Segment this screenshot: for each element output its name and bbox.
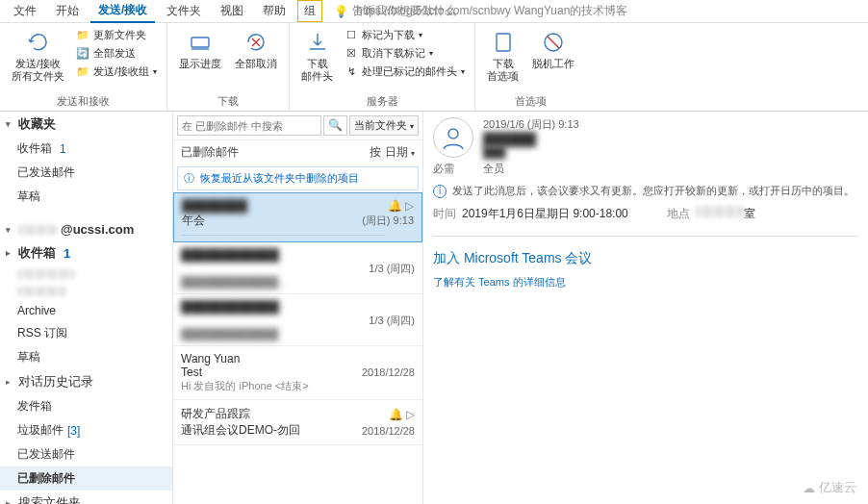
- progress-icon: [187, 29, 214, 56]
- folder-icon: 📁: [76, 29, 89, 42]
- message-item[interactable]: ████████████ 1/3 (周四) █████████████: [173, 294, 422, 346]
- tab-group[interactable]: 组: [297, 0, 322, 22]
- mark-icon: ☐: [345, 29, 358, 42]
- group-label: 下载: [217, 94, 239, 109]
- meeting-time: 时间2019年1月6日星期日 9:00-18:00: [433, 206, 628, 222]
- tab-view[interactable]: 视图: [213, 0, 251, 22]
- nav-inbox2[interactable]: 收件箱1: [0, 240, 172, 265]
- nav-conversation-history[interactable]: 对话历史记录: [0, 369, 172, 394]
- reading-pane: 2019/1/6 (周日) 9:13 ██████ ███ 必需 全员 i 发送…: [423, 112, 868, 504]
- tab-send-receive[interactable]: 发送/接收: [90, 0, 155, 23]
- nav-account[interactable]: @ucssi.com: [0, 218, 172, 240]
- ribbon: 发送/接收 所有文件夹 📁更新文件夹 🔄全部发送 📁发送/接收组▾ 发送和接收 …: [0, 23, 868, 112]
- nav-inbox[interactable]: 收件箱1: [0, 137, 172, 161]
- cancel-all-button[interactable]: 全部取消: [231, 27, 281, 72]
- svg-rect-1: [497, 34, 510, 51]
- nav-sent2[interactable]: 已发送邮件: [0, 442, 172, 466]
- message-subject: ███: [483, 146, 858, 158]
- tab-file[interactable]: 文件: [6, 0, 44, 22]
- nav-subfolder-blur[interactable]: [0, 283, 172, 300]
- message-list: ████████🔔 ▷ 年会(周日) 9:13 ████████████ 1/3…: [173, 192, 422, 504]
- chevron-down-icon: ▾: [411, 149, 415, 158]
- message-from: ██████: [483, 132, 858, 146]
- nav-drafts2[interactable]: 草稿: [0, 345, 172, 369]
- offline-work-button[interactable]: 脱机工作: [528, 27, 578, 72]
- menu-tabbar: 文件 开始 发送/接收 文件夹 视图 帮助 组 💡 告诉我你想要做什么 http…: [0, 0, 868, 23]
- folder-header: 已删除邮件 按 日期 ▾: [173, 140, 422, 164]
- message-item[interactable]: 研发产品跟踪🔔 ▷ 通讯组会议DEMO-勿回2018/12/28: [173, 400, 422, 445]
- download-preferences-button[interactable]: 下载 首选项: [483, 27, 523, 85]
- nav-rss[interactable]: RSS 订阅: [0, 321, 172, 345]
- info-bar: i 发送了此消息后，该会议要求又有更新。您应打开较新的更新，或打开日历中的项目。: [433, 184, 858, 198]
- nav-subfolder-blur[interactable]: [0, 265, 172, 283]
- message-item[interactable]: Wang Yuan Test2018/12/28 Hi 发自我的 iPhone …: [173, 346, 422, 400]
- unmark-download-button[interactable]: ☒取消下载标记▾: [343, 45, 467, 62]
- nav-favorites[interactable]: 收藏夹: [0, 112, 172, 137]
- learn-teams-link[interactable]: 了解有关 Teams 的详细信息: [433, 276, 566, 288]
- send-receive-all-button[interactable]: 发送/接收 所有文件夹: [8, 27, 68, 85]
- download-headers-button[interactable]: 下载 邮件头: [297, 27, 337, 85]
- sync-small-icon: 🔄: [76, 47, 89, 61]
- nav-junk[interactable]: 垃圾邮件 [3]: [0, 418, 172, 442]
- message-item[interactable]: ████████████ 1/3 (周四) █████████████ ...: [173, 242, 422, 294]
- search-input[interactable]: [177, 115, 321, 136]
- mark-download-button[interactable]: ☐标记为下载▾: [343, 27, 467, 43]
- group-label: 首选项: [515, 94, 547, 109]
- nav-drafts[interactable]: 草稿: [0, 185, 172, 209]
- url-overlay: https://blog.51cto.com/scnbwy WangYuan的技…: [356, 3, 627, 19]
- watermark: ☁ 亿速云: [803, 479, 856, 496]
- download-icon: [304, 29, 331, 56]
- info-icon: i: [433, 185, 447, 198]
- required-label: 必需: [433, 162, 454, 176]
- recover-deleted-link[interactable]: ⓘ 恢复最近从该文件夹中删除的项目: [177, 166, 419, 190]
- search-bar: 🔍 当前文件夹 ▾: [173, 112, 422, 140]
- cloud-icon: ☁: [803, 481, 815, 495]
- update-folder-button[interactable]: 📁更新文件夹: [74, 27, 159, 43]
- nav-deleted[interactable]: 已删除邮件: [0, 466, 172, 491]
- ribbon-group-download: 显示进度 全部取消 下载: [167, 23, 290, 111]
- send-all-button[interactable]: 🔄全部发送: [74, 45, 159, 62]
- send-receive-group-button[interactable]: 📁发送/接收组▾: [74, 63, 159, 80]
- divider: [433, 236, 858, 237]
- bell-flag-icon: 🔔 ▷: [389, 408, 415, 421]
- folder-title: 已删除邮件: [181, 144, 239, 161]
- search-scope-dropdown[interactable]: 当前文件夹 ▾: [349, 115, 419, 136]
- tab-home[interactable]: 开始: [48, 0, 87, 22]
- unmark-icon: ☒: [345, 47, 358, 61]
- group-label: 发送和接收: [57, 94, 110, 109]
- chevron-down-icon: ▾: [419, 31, 422, 39]
- message-item[interactable]: ████████🔔 ▷ 年会(周日) 9:13: [173, 192, 422, 242]
- search-icon[interactable]: 🔍: [323, 115, 347, 136]
- lightbulb-icon: 💡: [334, 5, 348, 18]
- ribbon-group-server: 下载 邮件头 ☐标记为下载▾ ☒取消下载标记▾ ↯处理已标记的邮件头▾ 服务器: [290, 23, 475, 111]
- show-progress-button[interactable]: 显示进度: [175, 27, 225, 72]
- chevron-down-icon: ▾: [410, 122, 414, 131]
- svg-point-3: [448, 129, 458, 139]
- ribbon-group-sendreceive: 发送/接收 所有文件夹 📁更新文件夹 🔄全部发送 📁发送/接收组▾ 发送和接收: [0, 23, 167, 111]
- message-list-pane: 🔍 当前文件夹 ▾ 已删除邮件 按 日期 ▾ ⓘ 恢复最近从该文件夹中删除的项目…: [173, 112, 423, 504]
- join-teams-link[interactable]: 加入 Microsoft Teams 会议: [433, 250, 858, 267]
- folder-nav: 收藏夹 收件箱1 已发送邮件 草稿 @ucssi.com 收件箱1 Archiv…: [0, 112, 173, 504]
- info-icon: ⓘ: [184, 171, 194, 186]
- nav-sent[interactable]: 已发送邮件: [0, 161, 172, 185]
- message-date: 2019/1/6 (周日) 9:13: [483, 117, 858, 132]
- nav-outbox[interactable]: 发件箱: [0, 394, 172, 418]
- svg-rect-0: [191, 38, 209, 47]
- offline-icon: [540, 29, 567, 56]
- sort-by-dropdown[interactable]: 按 日期 ▾: [370, 144, 415, 161]
- process-marked-button[interactable]: ↯处理已标记的邮件头▾: [343, 63, 467, 80]
- content-area: 收藏夹 收件箱1 已发送邮件 草稿 @ucssi.com 收件箱1 Archiv…: [0, 112, 868, 504]
- nav-archive[interactable]: Archive: [0, 300, 172, 321]
- group-label: 服务器: [367, 94, 398, 109]
- all-members-label: 全员: [483, 162, 504, 176]
- folder-sync-icon: 📁: [76, 65, 89, 79]
- preferences-icon: [490, 29, 517, 56]
- cancel-sync-icon: [243, 29, 269, 56]
- tab-help[interactable]: 帮助: [255, 0, 294, 22]
- meeting-place: 地点室: [667, 206, 755, 222]
- tab-folder[interactable]: 文件夹: [159, 0, 209, 22]
- sync-icon: [25, 29, 52, 56]
- nav-search-folders[interactable]: 搜索文件夹: [0, 491, 172, 504]
- bell-flag-icon: 🔔 ▷: [388, 199, 414, 213]
- process-icon: ↯: [345, 65, 358, 79]
